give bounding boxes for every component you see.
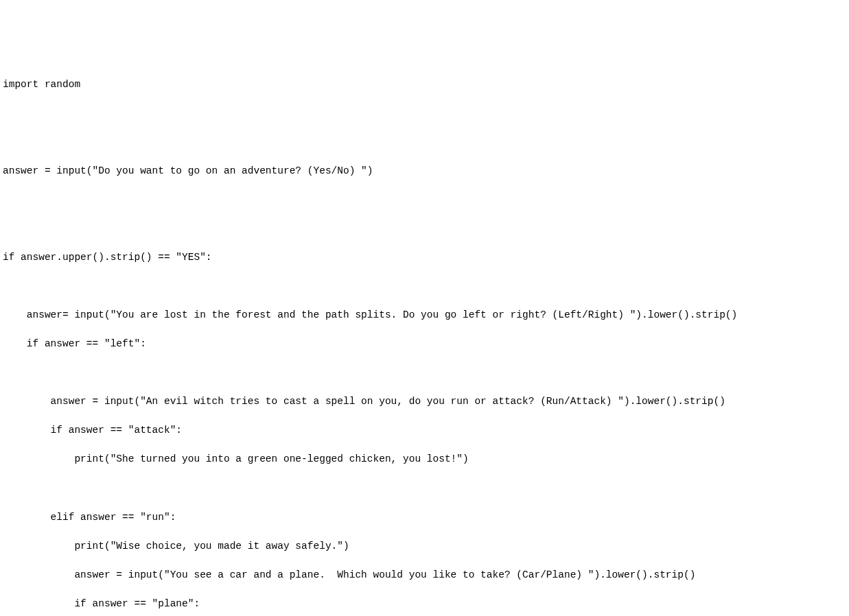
code-line	[3, 222, 849, 236]
code-line	[3, 366, 849, 380]
code-line	[3, 193, 849, 207]
code-line: if answer == "left":	[3, 337, 849, 351]
code-line: answer = input("Do you want to go on an …	[3, 164, 849, 178]
code-line: answer = input("An evil witch tries to c…	[3, 394, 849, 409]
code-line: print("She turned you into a green one-l…	[3, 452, 849, 466]
code-line	[3, 135, 849, 150]
code-line: if answer == "plane":	[3, 597, 849, 611]
code-line: import random	[3, 78, 849, 92]
code-line: answer = input("You see a car and a plan…	[3, 568, 849, 582]
code-line: if answer == "attack":	[3, 423, 849, 438]
code-line	[3, 482, 849, 496]
code-line	[3, 279, 849, 294]
code-block: import random answer = input("Do you wan…	[3, 63, 849, 616]
code-line: answer= input("You are lost in the fores…	[3, 308, 849, 322]
code-line	[3, 106, 849, 121]
code-line: print("Wise choice, you made it away saf…	[3, 539, 849, 554]
code-line: if answer.upper().strip() == "YES":	[3, 250, 849, 265]
code-line: elif answer == "run":	[3, 510, 849, 525]
